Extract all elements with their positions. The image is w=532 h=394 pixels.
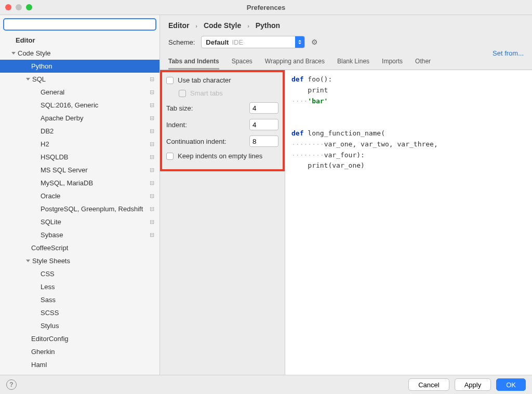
search-input[interactable] xyxy=(3,18,156,31)
settings-marker-icon: ⊟ xyxy=(148,102,155,109)
settings-marker-icon: ⊟ xyxy=(148,206,155,213)
tree-item[interactable]: DB2 xyxy=(41,127,148,135)
settings-marker-icon: ⊟ xyxy=(148,128,155,135)
ok-button[interactable]: OK xyxy=(496,378,526,391)
indent-label: Indent: xyxy=(166,121,249,129)
tab-size-label: Tab size: xyxy=(166,104,249,112)
tab-other[interactable]: Other xyxy=(415,53,431,70)
code-preview: def foo(): print ····'bar' def long_func… xyxy=(285,70,532,375)
breadcrumb-codestyle[interactable]: Code Style xyxy=(204,21,241,30)
tree-editor[interactable]: Editor xyxy=(16,36,155,44)
scheme-select[interactable]: Default IDE xyxy=(201,36,305,48)
tree-item[interactable]: Less xyxy=(41,283,155,291)
tree-coffeescript[interactable]: CoffeeScript xyxy=(31,244,155,252)
tab-spaces[interactable]: Spaces xyxy=(232,53,252,70)
chevron-down-icon[interactable] xyxy=(26,260,30,262)
tree-gherkin[interactable]: Gherkin xyxy=(31,348,155,356)
settings-marker-icon: ⊟ xyxy=(148,154,155,161)
tab-wrapping-and-braces[interactable]: Wrapping and Braces xyxy=(265,53,325,70)
tree-item[interactable]: CSS xyxy=(41,270,155,278)
tree-item[interactable]: Stylus xyxy=(41,322,155,330)
window-title: Preferences xyxy=(247,4,285,11)
tree-item[interactable]: MySQL, MariaDB xyxy=(41,179,148,187)
tree-item[interactable]: General xyxy=(41,88,148,96)
breadcrumb: Editor › Code Style › Python xyxy=(160,15,532,34)
tab-blank-lines[interactable]: Blank Lines xyxy=(337,53,369,70)
cancel-button[interactable]: Cancel xyxy=(408,378,449,391)
keep-indents-checkbox[interactable]: Keep indents on empty lines xyxy=(166,152,278,160)
chevron-down-icon[interactable] xyxy=(11,52,16,55)
tabs: Tabs and IndentsSpacesWrapping and Brace… xyxy=(160,53,532,70)
tree-haml[interactable]: Haml xyxy=(31,361,155,369)
indent-input[interactable] xyxy=(249,119,278,130)
tree-sql[interactable]: SQL xyxy=(32,75,148,83)
gear-icon[interactable]: ⚙ xyxy=(311,38,318,46)
tab-size-input[interactable] xyxy=(249,102,278,114)
tree-item[interactable]: PostgreSQL, Greenplum, Redshift xyxy=(41,205,148,213)
help-button[interactable]: ? xyxy=(6,379,17,390)
scheme-suffix: IDE xyxy=(232,38,295,46)
continuation-indent-label: Continuation indent: xyxy=(166,138,249,145)
window-zoom[interactable] xyxy=(26,4,32,10)
chevron-down-icon[interactable] xyxy=(26,78,30,80)
settings-tree[interactable]: Editor Code Style Python SQL⊟ General⊟SQ… xyxy=(0,34,159,375)
tree-item[interactable]: SQL:2016, Generic xyxy=(41,101,148,109)
settings-marker-icon: ⊟ xyxy=(148,180,155,187)
scheme-value: Default xyxy=(206,38,229,46)
settings-marker-icon: ⊟ xyxy=(148,115,155,122)
window-close[interactable] xyxy=(5,4,11,10)
tree-item[interactable]: Apache Derby xyxy=(41,114,148,122)
settings-marker-icon: ⊟ xyxy=(148,232,155,239)
tree-item[interactable]: SCSS xyxy=(41,309,155,317)
chevron-right-icon: › xyxy=(247,23,249,29)
tree-stylesheets[interactable]: Style Sheets xyxy=(32,257,155,265)
tab-imports[interactable]: Imports xyxy=(382,53,403,70)
settings-marker-icon: ⊟ xyxy=(148,219,155,226)
tree-item[interactable]: Sass xyxy=(41,296,155,304)
tree-item[interactable]: HSQLDB xyxy=(41,153,148,161)
select-arrows-icon xyxy=(295,36,304,48)
chevron-right-icon: › xyxy=(195,23,197,29)
tree-item[interactable]: Sybase xyxy=(41,231,148,239)
settings-marker-icon: ⊟ xyxy=(148,76,155,83)
window-minimize[interactable] xyxy=(16,4,22,10)
use-tab-checkbox[interactable]: Use tab character xyxy=(166,76,278,84)
settings-marker-icon: ⊟ xyxy=(148,89,155,96)
tree-codestyle[interactable]: Code Style xyxy=(18,49,155,57)
settings-marker-icon: ⊟ xyxy=(148,167,155,174)
tree-python[interactable]: Python xyxy=(31,62,155,70)
tree-editorconfig[interactable]: EditorConfig xyxy=(31,335,155,343)
highlight-region: Use tab character Smart tabs Tab size: I… xyxy=(160,70,285,171)
tree-item[interactable]: MS SQL Server xyxy=(41,166,148,174)
scheme-label: Scheme: xyxy=(168,38,195,46)
apply-button[interactable]: Apply xyxy=(455,378,491,391)
continuation-indent-input[interactable] xyxy=(249,135,278,147)
breadcrumb-editor[interactable]: Editor xyxy=(168,21,189,30)
set-from-link[interactable]: Set from... xyxy=(493,49,524,57)
smart-tabs-checkbox: Smart tabs xyxy=(166,89,278,97)
settings-marker-icon: ⊟ xyxy=(148,193,155,200)
settings-marker-icon: ⊟ xyxy=(148,141,155,148)
tab-tabs-and-indents[interactable]: Tabs and Indents xyxy=(168,53,219,70)
tree-item[interactable]: H2 xyxy=(41,140,148,148)
tree-item[interactable]: Oracle xyxy=(41,192,148,200)
tree-item[interactable]: SQLite xyxy=(41,218,148,226)
breadcrumb-python: Python xyxy=(256,21,280,30)
